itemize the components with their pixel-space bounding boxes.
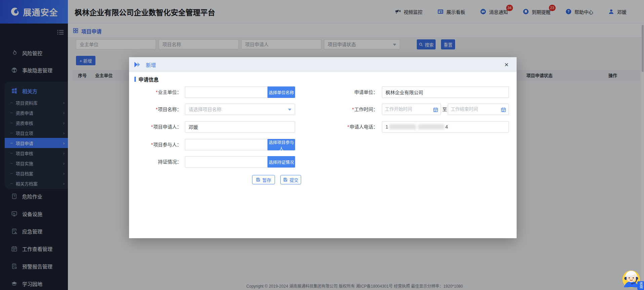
project-name-label: *项目名称： (129, 104, 182, 115)
owner-unit-input[interactable] (185, 86, 268, 98)
close-icon[interactable]: × (502, 60, 511, 69)
required-mark: * (151, 142, 153, 147)
phone-label-text: 申请人电话： (350, 124, 378, 130)
calendar-icon (433, 107, 438, 112)
phone-input[interactable]: 1 4 (382, 121, 509, 133)
work-end-date-input[interactable]: 工作结束时间 (448, 104, 509, 115)
owner-unit-label-text: 业主单位： (158, 89, 182, 95)
required-mark: * (156, 107, 158, 112)
owner-unit-label: *业主单位： (129, 86, 182, 98)
phone-prefix: 1 (386, 124, 388, 130)
apply-unit-label: 申请单位： (317, 86, 378, 98)
app-root: 展通安全 枫林企业有限公司企业数智化安全管理平台 视频监控 展示看板 消息通知 … (0, 0, 644, 290)
form-row-4: *项目参与人： 选择项目参与人 (129, 139, 517, 150)
project-name-select[interactable]: 请选择项目名称 (185, 104, 295, 115)
submit-button[interactable]: 提交 (280, 175, 301, 184)
phone-redacted-segment (389, 124, 416, 130)
applicant-label-text: 项目申请人： (153, 124, 182, 130)
choose-participants-button[interactable]: 选择项目参与人 (268, 139, 295, 150)
participants-label-text: 项目参与人： (153, 142, 182, 147)
work-start-placeholder: 工作开始时间 (385, 107, 412, 112)
submit-label: 提交 (289, 177, 298, 183)
modal-title: 新增 (146, 61, 156, 68)
chevron-down-icon (288, 109, 291, 111)
add-project-modal: 新增 × 申请信息 *业主单位： 选择单位名称 申请单位： *项目名称： 请选择… (129, 57, 517, 238)
participants-label: *项目参与人： (129, 139, 182, 150)
phone-suffix: 4 (445, 124, 448, 130)
calendar-icon (501, 107, 506, 112)
save-draft-button[interactable]: 暂存 (252, 175, 275, 184)
cert-status-label: 持证情况： (129, 156, 182, 168)
phone-redacted-segment (418, 124, 444, 130)
cert-status-label-text: 持证情况： (158, 159, 182, 165)
apply-unit-input[interactable] (382, 86, 509, 98)
required-mark: * (348, 124, 349, 130)
modal-header: 新增 × (129, 57, 517, 72)
form-row-3: *项目申请人： *申请人电话： 1 4 (129, 121, 517, 133)
double-chevron-icon (134, 62, 142, 67)
form-row-5: 持证情况： 选择持证情况 (129, 156, 517, 168)
choose-owner-unit-button[interactable]: 选择单位名称 (268, 86, 295, 98)
section-title: 申请信息 (138, 76, 159, 83)
phone-label: *申请人电话： (317, 121, 378, 133)
project-name-placeholder: 请选择项目名称 (189, 107, 222, 112)
form-row-1: *业主单位： 选择单位名称 申请单位： (129, 86, 517, 98)
online-service-label: 在线咨询 (637, 282, 644, 290)
required-mark: * (151, 124, 153, 130)
work-end-placeholder: 工作结束时间 (451, 107, 478, 112)
section-apply-info: 申请信息 (134, 76, 159, 83)
applicant-input[interactable] (185, 121, 295, 133)
applicant-label: *项目申请人： (129, 121, 182, 133)
required-mark: * (352, 107, 354, 112)
work-start-date-input[interactable]: 工作开始时间 (382, 104, 441, 115)
form-row-2: *项目名称： 请选择项目名称 *工作时间： 工作开始时间 至 工作结束时间 (129, 104, 517, 115)
date-range-to-separator: 至 (442, 104, 447, 115)
floppy-disk-icon (283, 177, 288, 182)
save-draft-label: 暂存 (262, 177, 271, 183)
choose-cert-status-button[interactable]: 选择持证情况 (268, 156, 295, 168)
required-mark: * (156, 89, 158, 95)
floppy-disk-icon (256, 177, 260, 182)
cert-status-input[interactable] (185, 156, 268, 168)
participants-input[interactable] (185, 139, 268, 150)
apply-unit-label-text: 申请单位： (354, 89, 378, 95)
online-service-tag[interactable]: 在线咨询 (637, 281, 644, 290)
work-time-label-text: 工作时间： (354, 107, 378, 112)
section-accent-bar (134, 77, 136, 82)
project-name-label-text: 项目名称： (158, 107, 182, 112)
work-time-label: *工作时间： (317, 104, 378, 115)
